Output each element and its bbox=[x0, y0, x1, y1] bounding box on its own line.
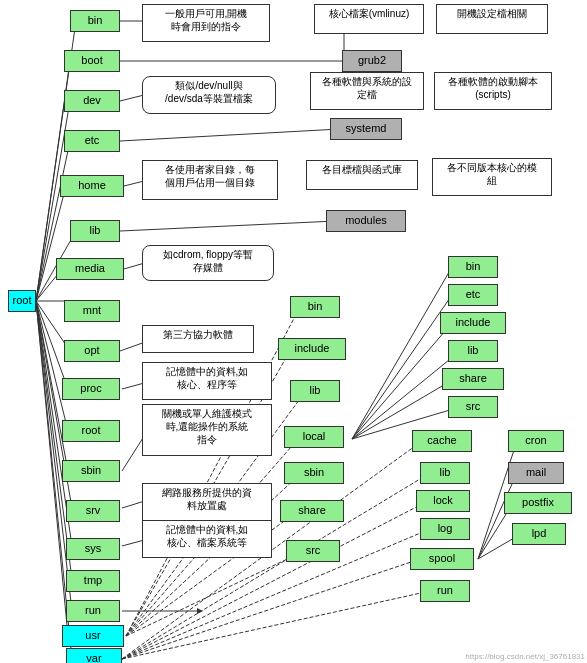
svg-line-50 bbox=[122, 591, 430, 659]
usr-local-node: local bbox=[284, 426, 344, 448]
usr-lib-node: lib bbox=[290, 380, 340, 402]
bin-node: bin bbox=[70, 10, 120, 32]
home-modules-desc: 各不同版本核心的模組 bbox=[432, 158, 552, 196]
etc-setting-desc: 各種軟體與系統的設定檔 bbox=[310, 72, 424, 110]
media-node: media bbox=[56, 258, 124, 280]
root-node: root bbox=[8, 290, 36, 312]
svg-line-24 bbox=[120, 221, 336, 231]
root-dir-node: root bbox=[62, 420, 120, 442]
svg-line-41 bbox=[352, 323, 452, 439]
usr-include-node: include bbox=[278, 338, 346, 360]
local-src-node: src bbox=[448, 396, 498, 418]
local-bin-node: bin bbox=[448, 256, 498, 278]
var-log-node: log bbox=[420, 518, 470, 540]
home-desc: 各使用者家目錄，每個用戶佔用一個目錄 bbox=[142, 160, 278, 200]
lib-node: lib bbox=[70, 220, 120, 242]
local-etc-node: etc bbox=[448, 284, 498, 306]
usr-share-node: share bbox=[280, 500, 344, 522]
usr-src-node: src bbox=[286, 540, 340, 562]
media-desc: 如cdrom, floppy等暫存媒體 bbox=[142, 245, 274, 281]
opt-desc: 第三方協力軟體 bbox=[142, 325, 254, 353]
lpd-node: lpd bbox=[512, 523, 566, 545]
sys-node: sys bbox=[66, 538, 120, 560]
filesystem-diagram: root bin boot dev etc home lib media mnt… bbox=[0, 0, 587, 663]
proc-node: proc bbox=[62, 378, 120, 400]
modules-node: modules bbox=[326, 210, 406, 232]
boot-vmlinuz-desc: 核心檔案(vmlinuz) bbox=[314, 4, 424, 34]
local-share-node: share bbox=[442, 368, 504, 390]
svg-line-42 bbox=[352, 351, 460, 439]
boot-scripts-desc: 開機設定檔相關 bbox=[436, 4, 548, 34]
var-run-node: run bbox=[420, 580, 470, 602]
bin-desc: 一般用戶可用,開機時會用到的指令 bbox=[142, 4, 270, 42]
usr-node: usr bbox=[62, 625, 124, 647]
local-lib-node: lib bbox=[448, 340, 498, 362]
var-lib-node: lib bbox=[420, 462, 470, 484]
opt-node: opt bbox=[64, 340, 120, 362]
systemd-node: systemd bbox=[330, 118, 402, 140]
postfix-node: postfix bbox=[504, 492, 572, 514]
svg-line-31 bbox=[126, 307, 300, 636]
boot-node: boot bbox=[64, 50, 120, 72]
dev-desc: 類似/dev/null與/dev/sda等裝置檔案 bbox=[142, 76, 276, 114]
var-node: var bbox=[66, 648, 122, 663]
var-cache-node: cache bbox=[412, 430, 472, 452]
sys-desc: 記憶體中的資料,如核心、檔案系統等 bbox=[142, 520, 272, 558]
watermark: https://blog.csdn.net/xj_36761831 bbox=[465, 652, 585, 661]
local-include-node: include bbox=[440, 312, 506, 334]
home-node: home bbox=[60, 175, 124, 197]
svg-line-39 bbox=[352, 267, 452, 439]
svg-line-49 bbox=[122, 559, 420, 659]
dev-node: dev bbox=[64, 90, 120, 112]
svg-line-37 bbox=[126, 552, 302, 636]
etc-node: etc bbox=[64, 130, 120, 152]
run-node: run bbox=[66, 600, 120, 622]
proc-desc: 記憶體中的資料,如核心、程序等 bbox=[142, 362, 272, 400]
etc-scripts-desc: 各種軟體的啟動腳本(scripts) bbox=[434, 72, 552, 110]
srv-node: srv bbox=[66, 500, 120, 522]
sbin-desc: 關機或單人維護模式時,還能操作的系統指令 bbox=[142, 404, 272, 456]
usr-bin-node: bin bbox=[290, 296, 340, 318]
var-lock-node: lock bbox=[416, 490, 470, 512]
mnt-node: mnt bbox=[64, 300, 120, 322]
home-lib-desc: 各目標檔與函式庫 bbox=[306, 160, 418, 190]
usr-sbin-node: sbin bbox=[284, 462, 344, 484]
grub2-node: grub2 bbox=[342, 50, 402, 72]
svg-line-22 bbox=[120, 129, 340, 141]
svg-line-40 bbox=[352, 295, 452, 439]
tmp-node: tmp bbox=[66, 570, 120, 592]
cron-node: cron bbox=[508, 430, 564, 452]
svg-line-52 bbox=[478, 473, 517, 559]
srv-desc: 網路服務所提供的資料放置處 bbox=[142, 483, 272, 521]
mail-node: mail bbox=[508, 462, 564, 484]
svg-line-4 bbox=[36, 186, 66, 301]
sbin-node: sbin bbox=[62, 460, 120, 482]
var-spool-node: spool bbox=[410, 548, 474, 570]
